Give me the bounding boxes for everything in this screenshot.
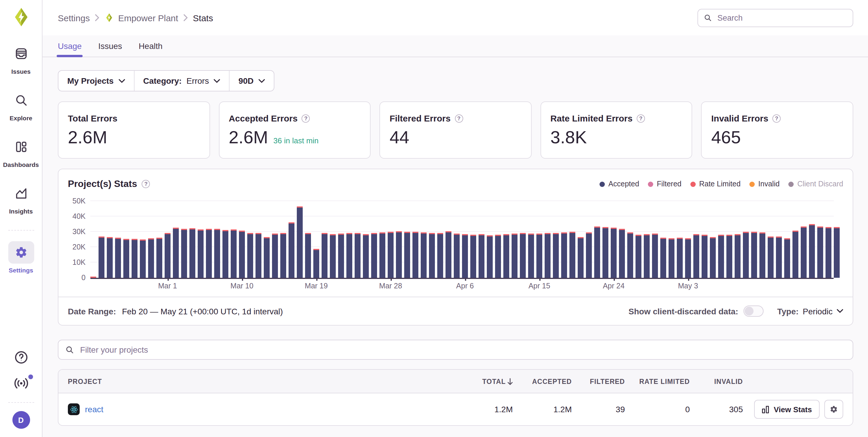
col-total-header[interactable]: TOTAL xyxy=(457,378,513,385)
card-rate-limited-errors: Rate Limited Errors? 3.8K xyxy=(540,101,692,159)
legend-item[interactable]: Rate Limited xyxy=(690,180,741,188)
legend-item[interactable]: Invalid xyxy=(749,180,779,188)
legend-item[interactable]: Accepted xyxy=(599,180,639,188)
sidebar-nav: Issues Explore Dashboard xyxy=(0,42,42,288)
x-axis-label: Mar 1 xyxy=(158,282,177,290)
project-settings-button[interactable] xyxy=(824,400,843,419)
card-total-errors: Total Errors 2.6M xyxy=(58,101,210,159)
legend-item[interactable]: Filtered xyxy=(648,180,681,188)
project-filter-input[interactable] xyxy=(79,344,845,355)
col-filtered-header[interactable]: FILTERED xyxy=(572,378,625,385)
org-logo[interactable] xyxy=(11,7,31,27)
bar xyxy=(478,234,485,278)
project-stats-panel: Project(s) Stats? AcceptedFilteredRate L… xyxy=(58,169,853,326)
card-title: Total Errors xyxy=(68,113,117,123)
client-discard-toggle[interactable] xyxy=(743,305,764,317)
bar xyxy=(189,228,195,278)
breadcrumb-org[interactable]: Empower Plant xyxy=(104,13,178,23)
settings-gear-icon xyxy=(8,241,34,264)
client-discard-toggle-label: Show client-discarded data: xyxy=(628,306,738,316)
card-title: Rate Limited Errors xyxy=(551,113,632,123)
react-project-icon xyxy=(68,403,80,415)
project-link[interactable]: react xyxy=(85,405,103,414)
date-range-label: Date Range: xyxy=(68,306,116,316)
help-icon[interactable]: ? xyxy=(302,114,310,122)
page-filter-bar: My Projects Category: Errors 90D xyxy=(58,70,274,92)
global-search[interactable] xyxy=(698,8,853,27)
bar xyxy=(115,238,121,278)
bar xyxy=(123,239,129,278)
view-stats-button[interactable]: View Stats xyxy=(754,400,819,419)
help-icon[interactable]: ? xyxy=(637,114,645,122)
sidebar-item-issues[interactable]: Issues xyxy=(0,42,42,75)
bar xyxy=(231,229,237,278)
bar xyxy=(801,227,807,278)
bar xyxy=(627,232,633,278)
category-selector[interactable]: Category: Errors xyxy=(134,71,229,91)
date-period-selector[interactable]: 90D xyxy=(229,71,274,91)
table-row: react 1.2M 1.2M 39 0 305 View Stats xyxy=(58,393,852,425)
org-logo-small xyxy=(104,13,114,23)
bar xyxy=(354,233,361,278)
legend-item[interactable]: Client Discard xyxy=(788,180,843,188)
bar xyxy=(255,233,261,278)
col-rate-limited-header[interactable]: RATE LIMITED xyxy=(625,378,690,385)
card-value: 2.6M xyxy=(229,129,268,146)
card-accepted-errors: Accepted Errors? 2.6M36 in last min xyxy=(219,101,371,159)
breadcrumb-settings[interactable]: Settings xyxy=(58,13,90,23)
bar xyxy=(809,224,815,278)
user-avatar[interactable]: D xyxy=(12,411,30,429)
bar xyxy=(751,232,757,278)
cell-total: 1.2M xyxy=(457,405,513,414)
chart-plot-area: 010K20K30K40K50K xyxy=(90,195,834,278)
bar xyxy=(652,234,658,278)
tab-issues[interactable]: Issues xyxy=(98,41,122,57)
y-axis-label: 20K xyxy=(68,243,86,251)
search-input[interactable] xyxy=(716,13,847,23)
breadcrumb-org-label: Empower Plant xyxy=(118,13,178,23)
y-axis-label: 0 xyxy=(68,274,86,282)
sidebar-item-explore[interactable]: Explore xyxy=(0,89,42,122)
sort-desc-icon xyxy=(507,378,513,385)
y-axis-label: 40K xyxy=(68,212,86,221)
bar xyxy=(520,233,526,278)
sidebar-item-settings[interactable]: Settings xyxy=(0,241,42,274)
bar xyxy=(528,234,534,278)
sidebar-item-dashboards[interactable]: Dashboards xyxy=(0,136,42,168)
tab-health[interactable]: Health xyxy=(139,41,162,57)
card-value: 2.6M xyxy=(68,129,107,146)
help-icon[interactable]: ? xyxy=(142,180,150,188)
bar xyxy=(760,232,765,278)
card-value: 3.8K xyxy=(551,129,587,146)
bar xyxy=(545,233,551,278)
sidebar-divider xyxy=(8,230,34,231)
card-value: 465 xyxy=(711,129,741,146)
col-project-header: PROJECT xyxy=(68,378,457,385)
date-range-value: Feb 20 — May 21 (+00:00 UTC, 1d interval… xyxy=(122,306,283,316)
help-button[interactable] xyxy=(14,350,28,365)
bar xyxy=(693,234,699,278)
whats-new-button[interactable] xyxy=(13,377,29,389)
bar xyxy=(363,234,369,278)
sidebar-label: Settings xyxy=(9,267,33,274)
x-axis-label: Mar 28 xyxy=(379,282,402,290)
col-accepted-header[interactable]: ACCEPTED xyxy=(513,378,572,385)
help-icon[interactable]: ? xyxy=(455,114,463,122)
type-selector[interactable]: Type: Periodic xyxy=(777,306,843,316)
help-icon[interactable]: ? xyxy=(772,114,781,122)
bar-chart-icon xyxy=(762,405,770,413)
bar xyxy=(421,232,427,278)
breadcrumb: Settings Empower Plant Stats xyxy=(58,13,213,23)
chevron-down-icon xyxy=(118,79,125,83)
col-invalid-header[interactable]: INVALID xyxy=(690,378,743,385)
sidebar-item-insights[interactable]: Insights xyxy=(0,182,42,215)
project-selector[interactable]: My Projects xyxy=(58,71,134,91)
y-axis-label: 10K xyxy=(68,258,86,267)
tab-usage[interactable]: Usage xyxy=(58,41,82,57)
card-title: Invalid Errors xyxy=(711,113,768,123)
stats-page: Issues Explore Dashboard xyxy=(0,0,868,437)
bar xyxy=(561,232,567,278)
project-filter[interactable] xyxy=(58,340,853,360)
bar xyxy=(107,237,113,278)
bar xyxy=(594,227,600,278)
